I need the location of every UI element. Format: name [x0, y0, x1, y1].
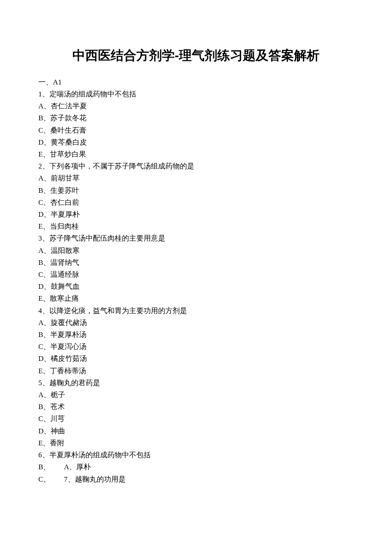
question-4-option-e: E、丁香柿蒂汤 [38, 365, 354, 377]
question-2-option-c: C、杏仁白前 [38, 197, 354, 209]
question-3-option-a: A、温阳散寒 [38, 245, 354, 257]
question-1-stem: 1、定喘汤的组成药物中不包括 [38, 88, 354, 100]
question-3-option-d: D、鼓舞气血 [38, 281, 354, 293]
question-4-option-a: A、旋覆代赭汤 [38, 317, 354, 329]
question-5-option-d: D、神曲 [38, 425, 354, 437]
question-1-option-e: E、甘草炒白果 [38, 148, 354, 160]
question-5-option-a: A、栀子 [38, 389, 354, 401]
question-5-option-b: B、苍术 [38, 401, 354, 413]
question-1-option-b: B、苏子款冬花 [38, 112, 354, 124]
question-2-stem: 2、下列各项中，不属于苏子降气汤组成药物的是 [38, 160, 354, 172]
question-1-option-c: C、桑叶生石膏 [38, 125, 354, 137]
question-6-label-c: C、 [38, 474, 64, 485]
question-3-option-b: B、温肾纳气 [38, 257, 354, 269]
question-4-option-b: B、半夏厚朴汤 [38, 329, 354, 341]
question-5-option-c: C、川芎 [38, 413, 354, 425]
section-header: 一、A1 [38, 76, 354, 88]
question-4-option-d: D、橘皮竹茹汤 [38, 353, 354, 365]
question-5-option-e: E、香附 [38, 437, 354, 449]
question-6-line-c: C、 7、越鞠丸的功用是 [38, 474, 354, 485]
question-6-label-b: B、 [38, 461, 64, 473]
question-3-option-e: E、散寒止痛 [38, 293, 354, 305]
question-2-option-a: A、前胡甘草 [38, 172, 354, 184]
question-4-option-c: C、半夏泻心汤 [38, 341, 354, 353]
question-5-stem: 5、越鞠丸的君药是 [38, 377, 354, 389]
question-2-option-d: D、半夏厚朴 [38, 209, 354, 221]
page-title: 中西医结合方剂学-理气剂练习题及答案解析 [38, 47, 354, 64]
question-6-line-b: B、 A、厚朴 [38, 461, 354, 473]
question-4-stem: 4、以降逆化痰，益气和胃为主要功用的方剂是 [38, 305, 354, 317]
question-6-content-b: A、厚朴 [64, 461, 91, 473]
question-3-option-c: C、温通经脉 [38, 269, 354, 281]
question-2-option-e: E、当归肉桂 [38, 221, 354, 232]
question-1-option-a: A、杏仁法半夏 [38, 100, 354, 112]
question-6-content-c: 7、越鞠丸的功用是 [64, 474, 126, 485]
question-6-stem: 6、半夏厚朴汤的组成药物中不包括 [38, 449, 354, 461]
question-1-option-d: D、黄芩桑白皮 [38, 137, 354, 148]
question-3-stem: 3、苏子降气汤中配伍肉桂的主要用意是 [38, 232, 354, 244]
question-2-option-b: B、生姜苏叶 [38, 185, 354, 197]
